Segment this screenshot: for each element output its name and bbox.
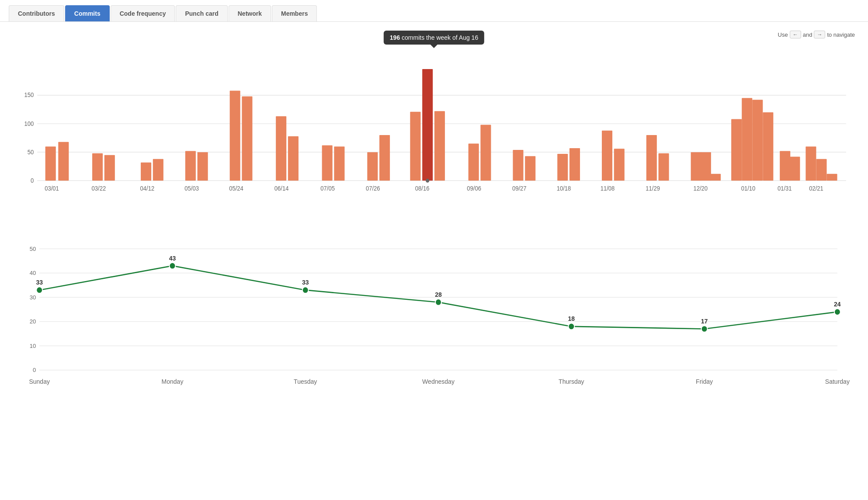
- svg-text:20: 20: [30, 318, 36, 325]
- svg-text:Tuesday: Tuesday: [294, 378, 317, 385]
- svg-rect-38: [701, 152, 711, 181]
- left-arrow-key: ←: [790, 31, 801, 38]
- svg-rect-33: [602, 131, 612, 181]
- svg-rect-12: [141, 163, 151, 181]
- line-chart-svg: 0102030405033433328181724SundayMondayTue…: [13, 223, 855, 398]
- page-container: Contributors Commits Code frequency Punc…: [0, 0, 868, 500]
- tab-members[interactable]: Members: [272, 5, 317, 21]
- svg-text:24: 24: [834, 301, 841, 308]
- svg-rect-30: [525, 156, 535, 181]
- navigate-and-text: and: [803, 31, 812, 38]
- svg-text:10/18: 10/18: [557, 184, 571, 192]
- tab-commits[interactable]: Commits: [65, 5, 110, 21]
- svg-rect-25: [422, 69, 433, 181]
- svg-point-84: [302, 287, 309, 293]
- navigate-use-text: Use: [778, 31, 788, 38]
- svg-point-86: [435, 299, 441, 306]
- svg-rect-14: [185, 151, 196, 181]
- svg-text:10: 10: [30, 342, 36, 349]
- bar-chart-svg: 05010015003/0103/2204/1205/0305/2406/140…: [13, 57, 855, 205]
- svg-text:06/14: 06/14: [274, 184, 289, 192]
- svg-point-80: [36, 287, 42, 293]
- svg-text:05/03: 05/03: [184, 184, 199, 192]
- svg-text:17: 17: [701, 318, 708, 325]
- svg-text:02/21: 02/21: [809, 184, 823, 192]
- svg-rect-44: [780, 151, 790, 181]
- svg-text:30: 30: [30, 294, 36, 300]
- svg-rect-46: [806, 146, 816, 181]
- svg-rect-29: [513, 150, 523, 181]
- svg-text:07/05: 07/05: [320, 184, 335, 192]
- svg-text:03/22: 03/22: [92, 184, 106, 192]
- navigate-to-text: to navigate: [827, 31, 855, 38]
- svg-text:Sunday: Sunday: [29, 378, 50, 385]
- svg-text:50: 50: [28, 148, 34, 156]
- svg-point-82: [169, 263, 175, 269]
- svg-text:Monday: Monday: [162, 378, 184, 385]
- svg-text:09/06: 09/06: [467, 184, 481, 192]
- svg-text:05/24: 05/24: [229, 184, 243, 192]
- tooltip-box: 196 commits the week of Aug 16: [384, 31, 484, 45]
- tab-network[interactable]: Network: [229, 5, 271, 21]
- svg-text:Friday: Friday: [696, 378, 713, 385]
- svg-rect-27: [469, 144, 479, 181]
- svg-text:04/12: 04/12: [140, 184, 155, 192]
- svg-rect-20: [322, 146, 333, 181]
- svg-rect-9: [58, 142, 69, 181]
- svg-text:01/10: 01/10: [741, 184, 756, 192]
- svg-text:40: 40: [30, 270, 36, 276]
- svg-text:33: 33: [302, 279, 309, 286]
- svg-text:11/29: 11/29: [646, 184, 660, 192]
- svg-text:09/27: 09/27: [512, 184, 527, 192]
- svg-rect-10: [92, 153, 103, 181]
- svg-rect-37: [691, 152, 701, 181]
- svg-rect-23: [379, 135, 390, 181]
- svg-rect-16: [230, 90, 240, 181]
- svg-text:Wednesday: Wednesday: [422, 378, 455, 385]
- svg-rect-32: [569, 148, 580, 181]
- svg-rect-21: [334, 146, 344, 181]
- tab-punch-card[interactable]: Punch card: [176, 5, 227, 21]
- bar-chart-wrapper: 196 commits the week of Aug 16 050100150…: [13, 57, 855, 205]
- svg-text:28: 28: [435, 291, 442, 298]
- svg-rect-40: [731, 119, 742, 181]
- svg-point-92: [834, 309, 840, 315]
- svg-text:Thursday: Thursday: [559, 378, 584, 385]
- tooltip-arrow: [431, 45, 437, 48]
- svg-text:08/16: 08/16: [415, 184, 430, 192]
- svg-text:150: 150: [24, 91, 34, 99]
- svg-rect-35: [646, 135, 657, 181]
- svg-point-67: [426, 179, 429, 183]
- svg-text:33: 33: [36, 279, 43, 286]
- tab-contributors[interactable]: Contributors: [9, 5, 64, 21]
- svg-text:12/20: 12/20: [693, 184, 708, 192]
- svg-rect-19: [288, 136, 299, 181]
- svg-text:50: 50: [30, 245, 36, 252]
- svg-rect-8: [45, 146, 56, 181]
- svg-rect-31: [557, 154, 568, 181]
- svg-rect-47: [816, 159, 826, 181]
- svg-text:0: 0: [33, 367, 36, 373]
- svg-text:11/08: 11/08: [601, 184, 615, 192]
- svg-point-88: [568, 323, 574, 330]
- svg-rect-28: [480, 125, 491, 181]
- svg-rect-43: [763, 112, 773, 181]
- svg-rect-45: [789, 157, 800, 181]
- tab-code-frequency[interactable]: Code frequency: [111, 5, 175, 21]
- svg-rect-13: [153, 159, 163, 181]
- tooltip-count: 196: [390, 34, 400, 41]
- charts-area: Use ← and → to navigate 196 commits the …: [0, 22, 868, 424]
- svg-text:01/31: 01/31: [778, 184, 792, 192]
- svg-rect-17: [242, 96, 252, 181]
- svg-text:100: 100: [24, 120, 34, 127]
- svg-text:43: 43: [169, 254, 176, 261]
- svg-rect-15: [198, 152, 208, 181]
- svg-text:03/01: 03/01: [45, 184, 59, 192]
- svg-rect-24: [410, 112, 420, 181]
- tooltip-text: commits the week of Aug 16: [402, 34, 478, 41]
- svg-text:0: 0: [31, 177, 34, 184]
- svg-rect-11: [104, 155, 115, 181]
- svg-rect-42: [752, 100, 763, 181]
- svg-rect-41: [742, 98, 752, 181]
- svg-rect-34: [614, 149, 625, 181]
